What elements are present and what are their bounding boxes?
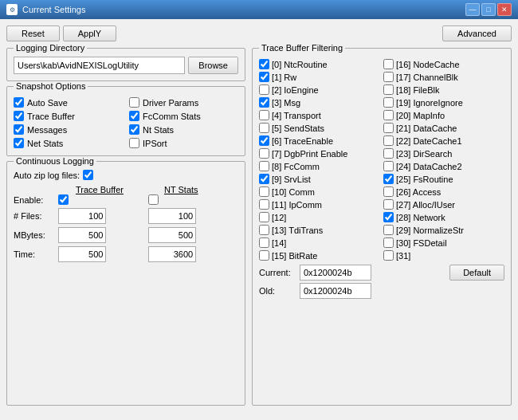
trace-filter-checkbox-0[interactable] — [259, 59, 269, 69]
snapshot-checkbox-ntStats[interactable] — [129, 124, 139, 135]
nt-value-input-3[interactable] — [148, 246, 196, 262]
trace-filter-label-4: [4] Transport — [272, 111, 321, 120]
minimize-btn[interactable]: — — [465, 3, 480, 16]
snapshot-checkbox-driverParams[interactable] — [129, 97, 139, 108]
trace-cb-row-11: [11] IpComm — [259, 198, 380, 210]
trace-filter-label-23: [23] DirSearch — [396, 149, 452, 159]
trace-filter-checkbox-18[interactable] — [383, 84, 394, 95]
trace-value-input-3[interactable] — [58, 246, 106, 262]
trace-filter-checkbox-9[interactable] — [259, 174, 269, 184]
trace-value-input-2[interactable] — [58, 227, 106, 243]
trace-cell-3 — [58, 246, 148, 262]
trace-filter-checkbox-16[interactable] — [383, 59, 394, 69]
trace-filter-checkbox-20[interactable] — [383, 110, 394, 120]
apply-button[interactable]: ApplY — [63, 26, 116, 41]
nt-cell-1 — [148, 208, 238, 224]
reset-button[interactable]: Reset — [6, 26, 60, 41]
cont-row-label-2: MBytes: — [14, 230, 58, 240]
trace-filter-checkbox-30[interactable] — [383, 237, 394, 248]
trace-filter-checkbox-29[interactable] — [383, 225, 394, 235]
trace-filter-checkbox-31[interactable] — [383, 250, 394, 261]
trace-filter-label-28: [28] Network — [396, 213, 445, 222]
snapshot-checkbox-autoSave[interactable] — [14, 97, 24, 108]
current-value-input[interactable] — [300, 265, 371, 281]
snapshot-checkbox-netStats[interactable] — [14, 138, 24, 148]
trace-filter-label-2: [2] IoEngine — [272, 85, 319, 95]
trace-filter-checkbox-4[interactable] — [259, 110, 269, 120]
trace-filter-checkbox-13[interactable] — [259, 225, 269, 235]
trace-filter-label-29: [29] NormalizeStr — [396, 226, 464, 235]
trace-filter-checkbox-27[interactable] — [383, 199, 394, 210]
trace-filter-checkbox-25[interactable] — [383, 174, 394, 184]
snapshot-options-title: Snapshot Options — [14, 81, 88, 91]
trace-filter-checkbox-8[interactable] — [259, 161, 269, 171]
trace-filter-checkbox-10[interactable] — [259, 186, 269, 197]
trace-filter-checkbox-1[interactable] — [259, 72, 269, 82]
trace-filter-checkbox-19[interactable] — [383, 97, 394, 108]
nt-value-input-2[interactable] — [148, 227, 196, 243]
current-label: Current: — [259, 268, 295, 277]
trace-filter-checkbox-11[interactable] — [259, 199, 269, 210]
nt-enable-checkbox[interactable] — [148, 194, 159, 205]
advanced-button[interactable]: Advanced — [442, 26, 512, 41]
trace-cb-row-16: [16] NodeCache — [383, 58, 504, 70]
trace-filter-checkbox-7[interactable] — [259, 148, 269, 159]
trace-filter-checkbox-15[interactable] — [259, 250, 269, 261]
logging-dir-input[interactable] — [14, 57, 185, 74]
trace-cb-row-22: [22] DateCache1 — [383, 135, 504, 147]
trace-filter-checkbox-14[interactable] — [259, 237, 269, 248]
trace-filter-checkbox-26[interactable] — [383, 186, 394, 197]
trace-filter-checkbox-21[interactable] — [383, 123, 394, 133]
trace-cb-row-24: [24] DataCache2 — [383, 160, 504, 172]
trace-filter-checkbox-28[interactable] — [383, 212, 394, 222]
browse-button[interactable]: Browse — [188, 57, 238, 74]
snapshot-cb-row: IPSort — [129, 137, 238, 149]
trace-filter-label-13: [13] TdiTrans — [272, 226, 323, 235]
snapshot-checkbox-ipSort[interactable] — [129, 138, 139, 148]
snapshot-cb-row: Nt Stats — [129, 124, 238, 135]
trace-cb-row-10: [10] Comm — [259, 186, 380, 198]
trace-filter-checkbox-12[interactable] — [259, 212, 269, 222]
trace-filter-checkbox-17[interactable] — [383, 72, 394, 82]
snapshot-label-messages: Messages — [27, 125, 67, 135]
trace-filter-checkbox-23[interactable] — [383, 148, 394, 159]
trace-filter-checkbox-2[interactable] — [259, 84, 269, 95]
trace-value-input-1[interactable] — [58, 208, 106, 224]
trace-cb-row-3: [3] Msg — [259, 96, 380, 108]
trace-filter-checkbox-22[interactable] — [383, 135, 394, 146]
trace-filter-checkbox-6[interactable] — [259, 135, 269, 146]
close-btn[interactable]: ✕ — [497, 3, 512, 16]
snapshot-label-autoSave: Auto Save — [27, 98, 68, 108]
trace-buffer-col-header[interactable]: Trace Buffer — [76, 185, 124, 194]
snapshot-cb-row: Auto Save — [14, 96, 123, 108]
title-bar: ⚙ Current Settings — □ ✕ — [0, 0, 518, 19]
nt-value-input-1[interactable] — [148, 208, 196, 224]
trace-cb-row-9: [9] SrvList — [259, 173, 380, 185]
snapshot-checkbox-messages[interactable] — [14, 124, 24, 135]
trace-cb-row-27: [27] Alloc/IUser — [383, 198, 504, 210]
trace-filter-label-27: [27] Alloc/IUser — [396, 200, 455, 210]
nt-stats-col-header[interactable]: NT Stats — [164, 185, 198, 194]
default-button[interactable]: Default — [449, 265, 504, 281]
snapshot-checkbox-fccommStats[interactable] — [129, 111, 139, 121]
trace-enable-checkbox[interactable] — [58, 194, 69, 205]
snapshot-checkbox-traceBuffer[interactable] — [14, 111, 24, 121]
trace-filter-checkbox-5[interactable] — [259, 123, 269, 133]
trace-filter-checkbox-3[interactable] — [259, 97, 269, 108]
trace-filter-checkbox-24[interactable] — [383, 161, 394, 171]
nt-cell-0 — [148, 194, 238, 205]
snapshot-options-group: Snapshot Options Auto SaveDriver ParamsT… — [6, 86, 245, 156]
trace-cell-0 — [58, 194, 148, 205]
cont-row-3: Time: — [14, 246, 238, 262]
trace-cb-row-12: [12] — [259, 211, 380, 223]
old-value-input[interactable] — [300, 283, 371, 299]
trace-cb-row-4: [4] Transport — [259, 109, 380, 121]
trace-filter-label-31: [31] — [396, 251, 410, 261]
maximize-btn[interactable]: □ — [481, 3, 496, 16]
auto-zip-checkbox[interactable] — [83, 170, 93, 180]
trace-filter-label-21: [21] DataCache — [396, 124, 457, 133]
trace-cb-row-18: [18] FileBlk — [383, 84, 504, 96]
trace-cb-row-0: [0] NtcRoutine — [259, 58, 380, 70]
trace-filter-label-17: [17] ChannelBlk — [396, 73, 458, 82]
trace-cb-row-26: [26] Access — [383, 186, 504, 198]
